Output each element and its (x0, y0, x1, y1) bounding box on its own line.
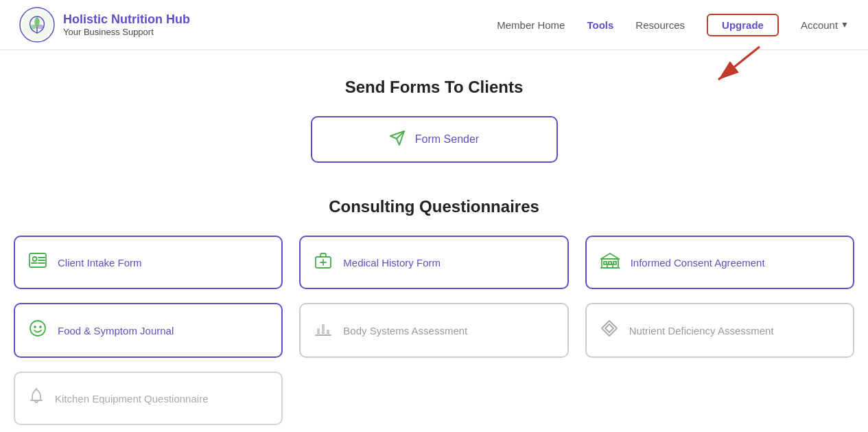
questionnaire-grid: Client Intake Form Medical History Form (14, 236, 854, 358)
svg-rect-17 (604, 262, 607, 264)
form-sender-label: Form Sender (415, 133, 479, 146)
svg-point-7 (33, 257, 37, 261)
svg-rect-27 (322, 324, 325, 335)
svg-rect-26 (317, 328, 320, 335)
card-kitchen-equipment[interactable]: Kitchen Equipment Questionnaire (14, 372, 283, 425)
medical-bag-icon (314, 252, 332, 273)
chevron-down-icon: ▼ (841, 20, 849, 30)
form-sender-button[interactable]: Form Sender (311, 116, 558, 163)
questionnaires-title: Consulting Questionnaires (14, 197, 854, 216)
header: Holistic Nutrition Hub Your Business Sup… (0, 0, 868, 50)
svg-point-22 (30, 321, 45, 336)
svg-rect-28 (327, 330, 329, 335)
smiley-icon (29, 319, 47, 341)
card-client-intake-label: Client Intake Form (58, 257, 142, 269)
logo-icon (19, 7, 55, 43)
card-food-journal[interactable]: Food & Symptom Journal (14, 303, 283, 358)
card-medical-history[interactable]: Medical History Form (299, 236, 568, 289)
nav-tools[interactable]: Tools (587, 19, 613, 31)
card-body-systems-label: Body Systems Assessment (343, 325, 467, 337)
building-icon (600, 252, 620, 273)
card-body-systems[interactable]: Body Systems Assessment (299, 303, 568, 358)
logo-text: Holistic Nutrition Hub Your Business Sup… (63, 12, 190, 38)
bell-icon (29, 388, 44, 409)
account-label: Account (801, 19, 838, 31)
svg-point-24 (40, 326, 41, 328)
card-nutrient-deficiency[interactable]: Nutrient Deficiency Assessment (585, 303, 854, 358)
svg-point-23 (34, 326, 36, 328)
send-icon (389, 130, 406, 149)
logo-primary: Holistic Nutrition Hub (63, 12, 190, 27)
send-forms-title: Send Forms To Clients (14, 78, 854, 97)
card-informed-consent[interactable]: Informed Consent Agreement (585, 236, 854, 289)
svg-marker-29 (602, 321, 617, 336)
main-content: Send Forms To Clients Form Sender Consul… (0, 50, 868, 432)
form-sender-wrap: Form Sender (14, 116, 854, 163)
card-kitchen-equipment-label: Kitchen Equipment Questionnaire (55, 393, 208, 405)
logo-area: Holistic Nutrition Hub Your Business Sup… (19, 7, 190, 43)
partial-card-grid: Kitchen Equipment Questionnaire (14, 372, 854, 425)
card-client-intake[interactable]: Client Intake Form (14, 236, 283, 289)
upgrade-button[interactable]: Upgrade (707, 14, 779, 36)
logo-secondary: Your Business Support (63, 27, 190, 37)
nav-resources[interactable]: Resources (635, 19, 685, 31)
bar-chart-icon (314, 320, 332, 341)
id-card-icon (29, 253, 47, 272)
nav-member-home[interactable]: Member Home (497, 19, 565, 31)
svg-marker-16 (601, 253, 619, 259)
account-menu[interactable]: Account ▼ (801, 19, 849, 31)
card-nutrient-deficiency-label: Nutrient Deficiency Assessment (629, 325, 774, 337)
card-informed-consent-label: Informed Consent Agreement (631, 257, 765, 269)
svg-rect-19 (613, 262, 616, 264)
svg-marker-30 (605, 324, 613, 332)
card-medical-history-label: Medical History Form (343, 257, 441, 269)
main-nav: Member Home Tools Resources Upgrade Acco… (497, 14, 849, 36)
card-food-journal-label: Food & Symptom Journal (58, 325, 174, 337)
diamond-icon (600, 319, 618, 341)
